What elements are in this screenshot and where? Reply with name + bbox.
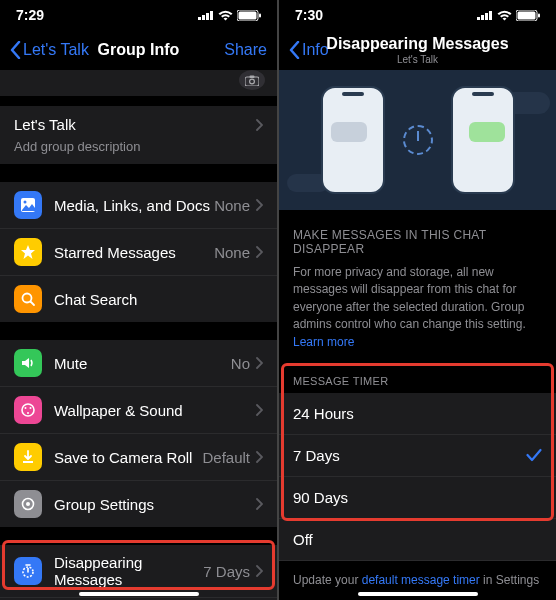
clock-icon <box>403 125 433 155</box>
group-description-cell[interactable]: Add group description <box>0 139 277 164</box>
svg-rect-30 <box>518 11 536 19</box>
media-links-docs-cell[interactable]: Media, Links, and Docs None <box>0 182 277 229</box>
mute-cell[interactable]: Mute No <box>0 340 277 387</box>
nav-bar: Info Disappearing Messages Let's Talk <box>279 30 556 70</box>
battery-icon <box>516 10 540 21</box>
chevron-right-icon <box>256 565 263 577</box>
cellular-icon <box>198 10 214 20</box>
timer-section-header: MESSAGE TIMER <box>279 365 556 393</box>
svg-rect-9 <box>250 75 255 78</box>
svg-point-16 <box>30 407 32 409</box>
media-icon <box>14 191 42 219</box>
option-7-days[interactable]: 7 Days <box>279 435 556 477</box>
chevron-right-icon <box>256 119 263 131</box>
chevron-left-icon <box>289 41 300 59</box>
back-label: Let's Talk <box>23 41 89 59</box>
svg-rect-3 <box>210 11 213 20</box>
status-indicators <box>477 10 540 21</box>
speaker-icon <box>14 349 42 377</box>
phone-mock-right <box>451 86 515 194</box>
group-name-section: Let's Talk Add group description <box>0 106 277 164</box>
group-name-label: Let's Talk <box>14 116 76 133</box>
option-90-days[interactable]: 90 Days <box>279 477 556 519</box>
svg-point-11 <box>24 201 27 204</box>
star-icon <box>14 238 42 266</box>
chat-search-cell[interactable]: Chat Search <box>0 276 277 322</box>
share-button[interactable]: Share <box>224 41 267 59</box>
svg-rect-0 <box>198 17 201 20</box>
svg-rect-27 <box>485 13 488 20</box>
phone-disappearing-messages: 7:30 Info Disappearing Messages Let's Ta… <box>279 0 556 600</box>
back-button[interactable]: Info <box>289 41 329 59</box>
cell-label: Media, Links, and Docs <box>54 197 214 214</box>
illustration <box>279 70 556 210</box>
checkmark-icon <box>526 448 542 462</box>
svg-rect-6 <box>259 13 261 17</box>
cell-label: Save to Camera Roll <box>54 449 202 466</box>
svg-point-20 <box>26 502 30 506</box>
cell-label: Group Settings <box>54 496 256 513</box>
media-section: Media, Links, and Docs None Starred Mess… <box>0 182 277 322</box>
section-headline: MAKE MESSAGES IN THIS CHAT DISAPPEAR <box>279 210 556 264</box>
svg-rect-28 <box>489 11 492 20</box>
cell-value: No <box>231 355 250 372</box>
photo-stub <box>0 70 277 96</box>
status-bar: 7:29 <box>0 0 277 30</box>
body-text: For more privacy and storage, all new me… <box>293 265 526 331</box>
learn-more-link[interactable]: Learn more <box>293 335 354 349</box>
download-icon <box>14 443 42 471</box>
svg-rect-5 <box>239 11 257 19</box>
svg-rect-7 <box>245 77 259 86</box>
cell-value: None <box>214 197 250 214</box>
cell-label: Starred Messages <box>54 244 214 261</box>
cell-label: Wallpaper & Sound <box>54 402 256 419</box>
svg-point-17 <box>27 412 29 414</box>
wallpaper-sound-cell[interactable]: Wallpaper & Sound <box>0 387 277 434</box>
starred-messages-cell[interactable]: Starred Messages None <box>0 229 277 276</box>
status-bar: 7:30 <box>279 0 556 30</box>
cell-value: Default <box>202 449 250 466</box>
disappearing-messages-cell[interactable]: Disappearing Messages 7 Days <box>0 545 277 598</box>
gear-icon <box>14 490 42 518</box>
camera-icon[interactable] <box>239 70 265 90</box>
chevron-right-icon <box>256 404 263 416</box>
option-label: 90 Days <box>293 489 348 506</box>
option-label: 24 Hours <box>293 405 354 422</box>
option-off[interactable]: Off <box>279 519 556 561</box>
group-name-cell[interactable]: Let's Talk <box>0 106 277 139</box>
back-label: Info <box>302 41 329 59</box>
svg-point-15 <box>25 407 27 409</box>
svg-rect-26 <box>481 15 484 20</box>
chevron-right-icon <box>256 199 263 211</box>
section-body: For more privacy and storage, all new me… <box>279 264 556 365</box>
phone-mock-left <box>321 86 385 194</box>
cell-value: None <box>214 244 250 261</box>
group-settings-cell[interactable]: Group Settings <box>0 481 277 527</box>
option-24-hours[interactable]: 24 Hours <box>279 393 556 435</box>
status-time: 7:30 <box>295 7 323 23</box>
wifi-icon <box>497 10 512 21</box>
cellular-icon <box>477 10 493 20</box>
status-indicators <box>198 10 261 21</box>
default-timer-link[interactable]: default message timer <box>362 573 480 587</box>
settings-section: Mute No Wallpaper & Sound Save to Camera… <box>0 340 277 527</box>
cell-label: Disappearing Messages <box>54 554 203 588</box>
svg-rect-18 <box>23 461 33 463</box>
home-indicator[interactable] <box>79 592 199 596</box>
svg-rect-2 <box>206 13 209 20</box>
nav-bar: Let's Talk Group Info Share <box>0 30 277 70</box>
home-indicator[interactable] <box>358 592 478 596</box>
option-label: 7 Days <box>293 447 340 464</box>
status-time: 7:29 <box>16 7 44 23</box>
battery-icon <box>237 10 261 21</box>
save-camera-roll-cell[interactable]: Save to Camera Roll Default <box>0 434 277 481</box>
chevron-right-icon <box>256 451 263 463</box>
svg-line-13 <box>31 302 35 306</box>
svg-point-8 <box>250 79 255 84</box>
cell-label: Chat Search <box>54 291 263 308</box>
back-button[interactable]: Let's Talk <box>10 41 89 59</box>
chevron-left-icon <box>10 41 21 59</box>
chevron-right-icon <box>256 357 263 369</box>
cell-value: 7 Days <box>203 563 250 580</box>
wallpaper-icon <box>14 396 42 424</box>
